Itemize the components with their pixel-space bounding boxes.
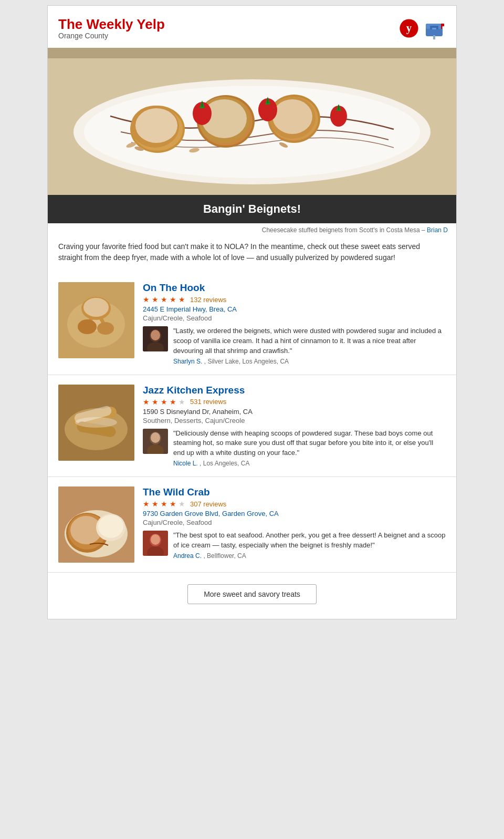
header-icons: y <box>398 14 446 43</box>
reviewer-name-3: Andrea C. , Bellflower, CA <box>173 552 446 560</box>
review-snippet-3: "The best spot to eat seafood. Another p… <box>143 531 446 560</box>
restaurant-thumbnail-3 <box>58 486 134 563</box>
header-subtitle: Orange County <box>58 32 165 40</box>
star-1-1: ★ <box>143 295 151 304</box>
star-3-1: ★ <box>143 500 151 508</box>
star-2-1: ★ <box>143 398 151 406</box>
star-3-4: ★ <box>170 500 178 508</box>
svg-point-44 <box>78 319 97 334</box>
review-quote-1: "Lastly, we ordered the beignets, which … <box>173 326 446 356</box>
review-text-block-1: "Lastly, we ordered the beignets, which … <box>173 326 446 365</box>
hero-image-wrapper: Bangin' Beignets! <box>48 48 456 223</box>
yelp-logo-icon: y <box>398 18 419 39</box>
svg-point-55 <box>75 417 117 428</box>
image-credit-author-link[interactable]: Brian D <box>427 226 448 234</box>
hero-image <box>48 48 456 195</box>
restaurant-item-3: The Wild Crab ★ ★ ★ ★ ★ 307 reviews 9730… <box>48 477 456 573</box>
review-quote-2: "Deliciously dense with heaping scoops o… <box>173 429 446 459</box>
stars-2: ★ ★ ★ ★ ★ <box>143 398 187 406</box>
restaurant-address-1[interactable]: 2445 E Imperial Hwy, Brea, CA <box>143 305 446 313</box>
reviewer-name-2: Nicole L. , Los Angeles, CA <box>173 460 446 467</box>
review-quote-3: "The best spot to eat seafood. Another p… <box>173 531 446 551</box>
restaurant-info-3: The Wild Crab ★ ★ ★ ★ ★ 307 reviews 9730… <box>143 486 446 563</box>
header-title-block: The Weekly Yelp Orange County <box>58 17 165 40</box>
reviewer-avatar-1 <box>143 326 168 351</box>
restaurant-category-3: Cajun/Creole, Seafood <box>143 519 446 526</box>
star-3-5: ★ <box>178 500 187 508</box>
email-header: The Weekly Yelp Orange County y <box>48 6 456 48</box>
svg-point-45 <box>97 322 114 335</box>
review-snippet-2: "Deliciously dense with heaping scoops o… <box>143 429 446 468</box>
restaurant-name-2[interactable]: Jazz Kitchen Express <box>143 385 446 396</box>
stars-1: ★ ★ ★ ★ ★ <box>143 295 187 304</box>
restaurant-list: On The Hook ★ ★ ★ ★ ★ 132 reviews 2445 E… <box>48 273 456 573</box>
svg-point-43 <box>83 298 109 317</box>
stars-row-1: ★ ★ ★ ★ ★ 132 reviews <box>143 295 446 304</box>
restaurant-category-2: Southern, Desserts, Cajun/Creole <box>143 417 446 424</box>
svg-rect-37 <box>48 48 456 58</box>
star-1-3: ★ <box>161 295 169 304</box>
star-1-5: ★ <box>178 295 187 304</box>
thumb-food-svg-3 <box>58 486 134 563</box>
more-button[interactable]: More sweet and savory treats <box>187 584 317 604</box>
hero-food-svg <box>48 48 456 195</box>
image-credit: Cheesecake stuffed beignets from Scott's… <box>48 223 456 236</box>
restaurant-thumbnail-1 <box>58 282 134 358</box>
svg-point-15 <box>135 108 177 143</box>
stars-3: ★ ★ ★ ★ ★ <box>143 500 187 508</box>
reviewer-avatar-3 <box>143 531 168 556</box>
star-2-4: ★ <box>170 398 178 406</box>
star-2-3: ★ <box>161 398 169 406</box>
svg-rect-8 <box>441 24 444 26</box>
restaurant-category-1: Cajun/Creole, Seafood <box>143 314 446 322</box>
reviewer-location-2: , Los Angeles, CA <box>200 460 249 467</box>
restaurant-item-2: Jazz Kitchen Express ★ ★ ★ ★ ★ 531 revie… <box>48 375 456 478</box>
star-2-2: ★ <box>152 398 160 406</box>
thumb-food-svg-1 <box>58 282 134 358</box>
restaurant-address-2: 1590 S Disneyland Dr, Anaheim, CA <box>143 408 446 416</box>
review-text-block-3: "The best spot to eat seafood. Another p… <box>173 531 446 560</box>
mailbox-icon <box>423 14 446 43</box>
restaurant-address-3[interactable]: 9730 Garden Grove Blvd, Garden Grove, CA <box>143 510 446 517</box>
svg-point-23 <box>272 99 312 134</box>
svg-point-66 <box>98 515 123 538</box>
stars-row-3: ★ ★ ★ ★ ★ 307 reviews <box>143 500 446 508</box>
star-1-4: ★ <box>170 295 178 304</box>
header-title: The Weekly Yelp <box>58 17 165 32</box>
stars-row-2: ★ ★ ★ ★ ★ 531 reviews <box>143 398 446 406</box>
restaurant-item: On The Hook ★ ★ ★ ★ ★ 132 reviews 2445 E… <box>48 273 456 375</box>
restaurant-name-1[interactable]: On The Hook <box>143 282 446 294</box>
hero-caption-bar: Bangin' Beignets! <box>48 195 456 223</box>
svg-point-49 <box>151 330 160 340</box>
review-count-1: 132 reviews <box>190 296 226 304</box>
more-button-row: More sweet and savory treats <box>48 573 456 619</box>
star-3-2: ★ <box>152 500 160 508</box>
restaurant-name-3[interactable]: The Wild Crab <box>143 486 446 498</box>
review-text-block-2: "Deliciously dense with heaping scoops o… <box>173 429 446 468</box>
reviewer-link-2[interactable]: Nicole L. <box>173 460 198 467</box>
restaurant-info-2: Jazz Kitchen Express ★ ★ ★ ★ ★ 531 revie… <box>143 385 446 468</box>
reviewer-location-3: , Bellflower, CA <box>203 552 246 560</box>
reviewer-link-1[interactable]: Sharlyn S. <box>173 358 202 365</box>
hero-caption-text: Bangin' Beignets! <box>203 202 301 215</box>
reviewer-avatar-2 <box>143 429 168 454</box>
intro-text: Craving your favorite fried food but can… <box>48 236 456 273</box>
svg-point-59 <box>151 432 160 443</box>
star-2-5: ★ <box>178 398 187 406</box>
review-count-2: 531 reviews <box>190 398 226 406</box>
restaurant-info-1: On The Hook ★ ★ ★ ★ ★ 132 reviews 2445 E… <box>143 282 446 365</box>
svg-rect-6 <box>433 35 435 39</box>
reviewer-name-1: Sharlyn S. , Silver Lake, Los Angeles, C… <box>173 358 446 365</box>
reviewer-location-1: , Silver Lake, Los Angeles, CA <box>204 358 289 365</box>
svg-text:y: y <box>406 22 412 34</box>
review-count-3: 307 reviews <box>190 500 226 508</box>
restaurant-thumbnail-2 <box>58 385 134 461</box>
email-container: The Weekly Yelp Orange County y <box>47 5 457 619</box>
reviewer-link-3[interactable]: Andrea C. <box>173 552 202 560</box>
svg-point-70 <box>151 534 160 545</box>
star-1-2: ★ <box>152 295 160 304</box>
review-snippet-1: "Lastly, we ordered the beignets, which … <box>143 326 446 365</box>
svg-rect-5 <box>432 28 436 29</box>
star-3-3: ★ <box>161 500 169 508</box>
thumb-food-svg-2 <box>58 385 134 461</box>
